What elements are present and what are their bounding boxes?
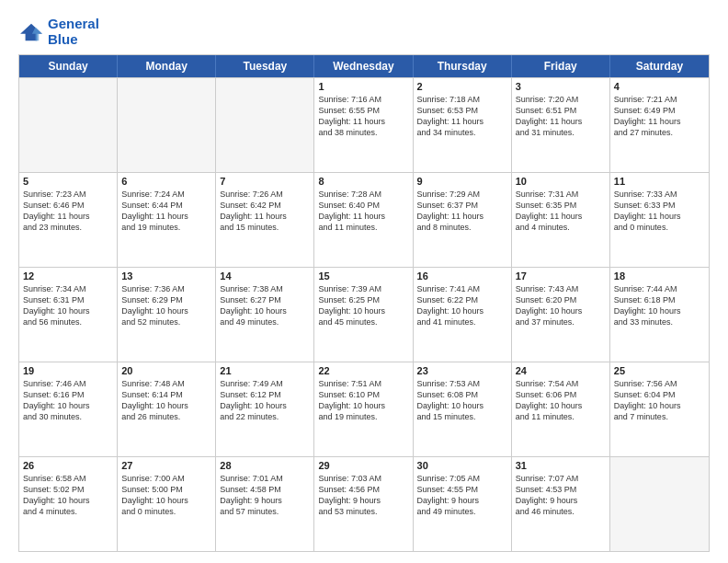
calendar-cell: 5Sunrise: 7:23 AM Sunset: 6:46 PM Daylig… [19,173,118,267]
calendar-cell [118,78,216,172]
day-number: 10 [516,176,606,187]
calendar-cell: 25Sunrise: 7:56 AM Sunset: 6:04 PM Dayli… [610,362,709,456]
day-number: 8 [318,176,408,187]
day-number: 9 [417,176,507,187]
day-number: 13 [121,270,211,282]
day-number: 15 [318,270,408,282]
day-info: Sunrise: 7:20 AM Sunset: 6:51 PM Dayligh… [516,94,606,139]
day-info: Sunrise: 7:51 AM Sunset: 6:10 PM Dayligh… [318,378,408,423]
day-info: Sunrise: 7:39 AM Sunset: 6:25 PM Dayligh… [318,283,408,328]
weekday-header: Sunday [19,55,118,77]
calendar-row: 26Sunrise: 6:58 AM Sunset: 5:02 PM Dayli… [19,456,709,551]
calendar-cell: 21Sunrise: 7:49 AM Sunset: 6:12 PM Dayli… [216,362,314,456]
calendar-cell: 12Sunrise: 7:34 AM Sunset: 6:31 PM Dayli… [19,268,118,362]
day-info: Sunrise: 7:46 AM Sunset: 6:16 PM Dayligh… [23,378,113,423]
calendar-cell [610,457,709,551]
calendar-cell: 23Sunrise: 7:53 AM Sunset: 6:08 PM Dayli… [414,362,512,456]
calendar: SundayMondayTuesdayWednesdayThursdayFrid… [18,54,710,552]
day-info: Sunrise: 7:31 AM Sunset: 6:35 PM Dayligh… [516,189,606,234]
day-number: 17 [516,270,606,282]
calendar-cell: 30Sunrise: 7:05 AM Sunset: 4:55 PM Dayli… [414,457,512,551]
calendar-cell: 6Sunrise: 7:24 AM Sunset: 6:44 PM Daylig… [118,173,216,267]
calendar-cell: 26Sunrise: 6:58 AM Sunset: 5:02 PM Dayli… [19,457,118,551]
day-info: Sunrise: 7:03 AM Sunset: 4:56 PM Dayligh… [318,473,408,518]
calendar-cell: 4Sunrise: 7:21 AM Sunset: 6:49 PM Daylig… [610,78,709,172]
weekday-header: Saturday [610,55,709,77]
day-number: 16 [417,270,507,282]
calendar-cell: 8Sunrise: 7:28 AM Sunset: 6:40 PM Daylig… [314,173,413,267]
calendar-cell [19,78,118,172]
calendar-row: 12Sunrise: 7:34 AM Sunset: 6:31 PM Dayli… [19,267,709,362]
day-info: Sunrise: 7:49 AM Sunset: 6:12 PM Dayligh… [220,378,310,423]
calendar-cell: 31Sunrise: 7:07 AM Sunset: 4:53 PM Dayli… [512,457,610,551]
calendar-cell: 7Sunrise: 7:26 AM Sunset: 6:42 PM Daylig… [216,173,314,267]
day-number: 12 [23,270,113,282]
day-number: 2 [417,81,507,92]
day-number: 20 [121,365,211,376]
day-number: 4 [614,81,705,92]
day-number: 24 [516,365,606,376]
logo: General Blue [18,17,99,47]
day-info: Sunrise: 7:26 AM Sunset: 6:42 PM Dayligh… [220,189,310,234]
calendar-cell: 16Sunrise: 7:41 AM Sunset: 6:22 PM Dayli… [414,268,512,362]
day-number: 30 [417,460,507,471]
day-info: Sunrise: 7:00 AM Sunset: 5:00 PM Dayligh… [121,473,211,518]
calendar-row: 5Sunrise: 7:23 AM Sunset: 6:46 PM Daylig… [19,172,709,267]
calendar-cell: 29Sunrise: 7:03 AM Sunset: 4:56 PM Dayli… [314,457,413,551]
day-info: Sunrise: 7:24 AM Sunset: 6:44 PM Dayligh… [121,189,211,234]
day-info: Sunrise: 7:01 AM Sunset: 4:58 PM Dayligh… [220,473,310,518]
day-info: Sunrise: 6:58 AM Sunset: 5:02 PM Dayligh… [23,473,113,518]
day-number: 5 [23,176,113,187]
calendar-row: 19Sunrise: 7:46 AM Sunset: 6:16 PM Dayli… [19,362,709,456]
calendar-row: 1Sunrise: 7:16 AM Sunset: 6:55 PM Daylig… [19,77,709,172]
calendar-cell: 27Sunrise: 7:00 AM Sunset: 5:00 PM Dayli… [118,457,216,551]
day-info: Sunrise: 7:38 AM Sunset: 6:27 PM Dayligh… [220,283,310,328]
day-number: 19 [23,365,113,376]
day-info: Sunrise: 7:16 AM Sunset: 6:55 PM Dayligh… [318,94,408,139]
calendar-cell: 19Sunrise: 7:46 AM Sunset: 6:16 PM Dayli… [19,362,118,456]
weekday-header: Monday [118,55,216,77]
header: General Blue [18,17,710,47]
calendar-cell: 17Sunrise: 7:43 AM Sunset: 6:20 PM Dayli… [512,268,610,362]
day-number: 31 [516,460,606,471]
calendar-body: 1Sunrise: 7:16 AM Sunset: 6:55 PM Daylig… [19,77,709,551]
day-number: 23 [417,365,507,376]
weekday-header: Friday [512,55,610,77]
day-number: 22 [318,365,408,376]
day-number: 7 [220,176,310,187]
day-number: 21 [220,365,310,376]
day-info: Sunrise: 7:43 AM Sunset: 6:20 PM Dayligh… [516,283,606,328]
day-number: 3 [516,81,606,92]
page: General Blue SundayMondayTuesdayWednesda… [0,0,728,563]
day-info: Sunrise: 7:53 AM Sunset: 6:08 PM Dayligh… [417,378,507,423]
calendar-cell: 14Sunrise: 7:38 AM Sunset: 6:27 PM Dayli… [216,268,314,362]
logo-text: General Blue [48,17,99,47]
day-info: Sunrise: 7:29 AM Sunset: 6:37 PM Dayligh… [417,189,507,234]
day-number: 26 [23,460,113,471]
day-info: Sunrise: 7:48 AM Sunset: 6:14 PM Dayligh… [121,378,211,423]
day-info: Sunrise: 7:56 AM Sunset: 6:04 PM Dayligh… [614,378,705,423]
calendar-cell: 28Sunrise: 7:01 AM Sunset: 4:58 PM Dayli… [216,457,314,551]
day-info: Sunrise: 7:05 AM Sunset: 4:55 PM Dayligh… [417,473,507,518]
day-info: Sunrise: 7:41 AM Sunset: 6:22 PM Dayligh… [417,283,507,328]
calendar-cell: 24Sunrise: 7:54 AM Sunset: 6:06 PM Dayli… [512,362,610,456]
calendar-cell: 10Sunrise: 7:31 AM Sunset: 6:35 PM Dayli… [512,173,610,267]
day-info: Sunrise: 7:28 AM Sunset: 6:40 PM Dayligh… [318,189,408,234]
day-number: 25 [614,365,705,376]
day-info: Sunrise: 7:34 AM Sunset: 6:31 PM Dayligh… [23,283,113,328]
calendar-cell [216,78,314,172]
day-info: Sunrise: 7:33 AM Sunset: 6:33 PM Dayligh… [614,189,705,234]
day-info: Sunrise: 7:07 AM Sunset: 4:53 PM Dayligh… [516,473,606,518]
day-number: 14 [220,270,310,282]
calendar-cell: 2Sunrise: 7:18 AM Sunset: 6:53 PM Daylig… [414,78,512,172]
calendar-cell: 18Sunrise: 7:44 AM Sunset: 6:18 PM Dayli… [610,268,709,362]
day-info: Sunrise: 7:23 AM Sunset: 6:46 PM Dayligh… [23,189,113,234]
day-info: Sunrise: 7:36 AM Sunset: 6:29 PM Dayligh… [121,283,211,328]
day-info: Sunrise: 7:54 AM Sunset: 6:06 PM Dayligh… [516,378,606,423]
day-number: 29 [318,460,408,471]
weekday-header: Wednesday [314,55,413,77]
day-info: Sunrise: 7:21 AM Sunset: 6:49 PM Dayligh… [614,94,705,139]
calendar-cell: 11Sunrise: 7:33 AM Sunset: 6:33 PM Dayli… [610,173,709,267]
day-number: 6 [121,176,211,187]
calendar-cell: 3Sunrise: 7:20 AM Sunset: 6:51 PM Daylig… [512,78,610,172]
